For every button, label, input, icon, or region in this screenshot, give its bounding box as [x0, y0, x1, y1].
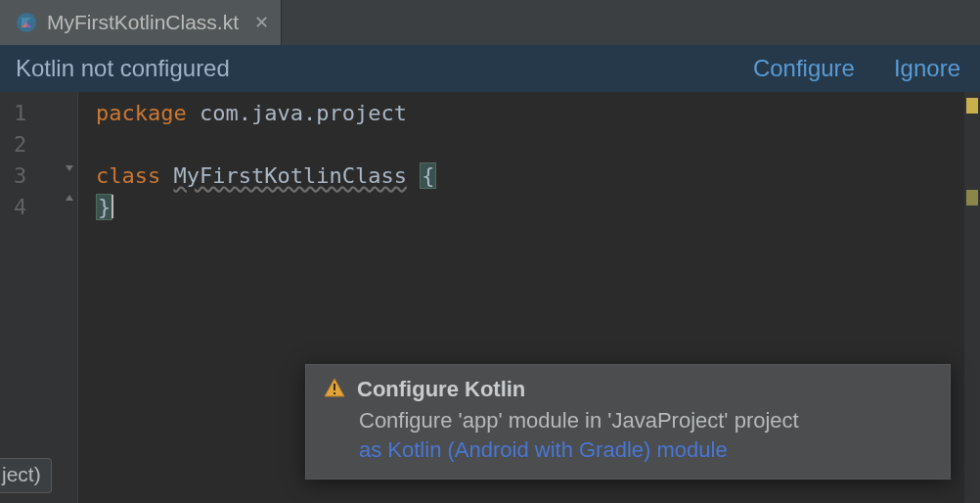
kotlin-file-icon [16, 12, 37, 33]
inspection-stripe[interactable] [964, 92, 980, 503]
line-number-gutter: 1 2 3 4 [0, 92, 78, 503]
kotlin-not-configured-banner: Kotlin not configured Configure Ignore [0, 45, 980, 92]
code-line: package com.java.project [96, 98, 964, 129]
fold-end-icon[interactable] [64, 192, 75, 204]
text-caret [111, 195, 113, 218]
editor-tab[interactable]: MyFirstKotlinClass.kt ✕ [0, 0, 282, 45]
warning-marker[interactable] [966, 98, 978, 114]
tab-bar: MyFirstKotlinClass.kt ✕ [0, 0, 980, 45]
tooltip-action-link[interactable]: as Kotlin (Android with Gradle) module [359, 437, 728, 462]
configure-link[interactable]: Configure [753, 55, 855, 82]
tab-filename: MyFirstKotlinClass.kt [47, 11, 239, 34]
brace-open: { [420, 162, 436, 189]
svg-rect-2 [334, 392, 335, 394]
keyword-package: package [96, 101, 187, 125]
banner-message: Kotlin not configured [16, 55, 230, 82]
warning-triangle-icon [324, 377, 345, 402]
keyword-class: class [96, 163, 160, 188]
code-line [96, 129, 964, 160]
weak-warning-marker[interactable] [966, 190, 978, 206]
intention-tooltip[interactable]: Configure Kotlin Configure 'app' module … [305, 364, 951, 480]
truncated-panel-label: ject) [0, 458, 52, 493]
close-icon[interactable]: ✕ [254, 12, 269, 33]
brace-close: } [96, 194, 112, 220]
tooltip-description: Configure 'app' module in 'JavaProject' … [359, 408, 799, 433]
tooltip-title: Configure Kotlin [357, 377, 525, 402]
class-name: MyFirstKotlinClass [173, 163, 406, 188]
ignore-link[interactable]: Ignore [894, 55, 960, 82]
code-line: } [96, 192, 964, 223]
package-name: com.java.project [187, 101, 407, 125]
code-line: class MyFirstKotlinClass { [96, 160, 964, 192]
svg-rect-1 [334, 384, 335, 390]
fold-start-icon[interactable] [64, 162, 75, 174]
